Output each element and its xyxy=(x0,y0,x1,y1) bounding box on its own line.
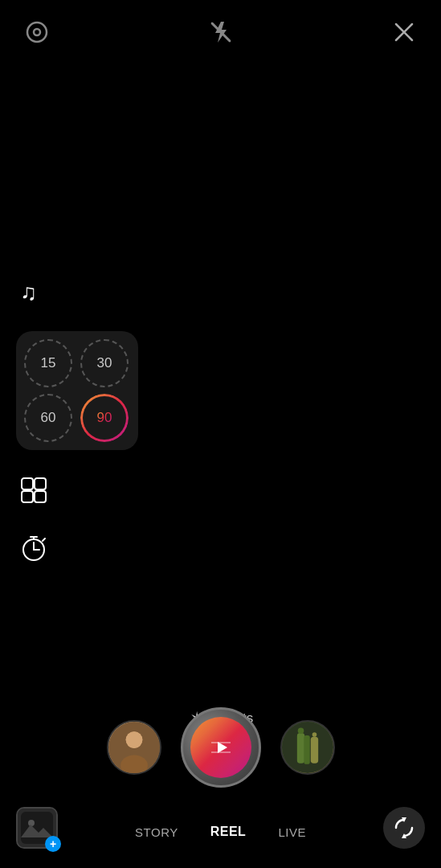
svg-rect-8 xyxy=(22,478,33,489)
svg-rect-9 xyxy=(35,478,46,489)
svg-point-1 xyxy=(34,29,40,35)
countdown-button[interactable] xyxy=(16,530,51,566)
svg-rect-10 xyxy=(22,491,33,502)
recent-photo-2[interactable] xyxy=(280,720,335,775)
record-button[interactable] xyxy=(181,707,261,788)
svg-rect-28 xyxy=(310,737,317,764)
svg-marker-23 xyxy=(218,742,227,753)
svg-rect-27 xyxy=(296,733,304,764)
svg-point-31 xyxy=(312,732,316,737)
svg-point-0 xyxy=(27,23,47,42)
close-button[interactable] xyxy=(390,18,419,47)
svg-text:♫: ♫ xyxy=(20,280,37,305)
music-button[interactable]: ♫ xyxy=(16,273,51,309)
timer-panel: 15 30 60 90 xyxy=(16,331,138,450)
top-bar xyxy=(0,0,441,64)
timer-90-button[interactable]: 90 xyxy=(80,394,129,442)
svg-rect-11 xyxy=(35,491,46,502)
svg-rect-29 xyxy=(304,735,310,764)
svg-point-21 xyxy=(125,731,142,748)
settings-button[interactable] xyxy=(22,18,51,47)
flip-camera-button[interactable] xyxy=(383,807,425,849)
nav-items: STORY REEL LIVE xyxy=(16,825,425,839)
flash-off-button[interactable] xyxy=(206,18,235,47)
bottom-nav: STORY REEL LIVE xyxy=(0,796,441,868)
recent-photo-1[interactable] xyxy=(107,720,161,775)
left-toolbar: ♫ 15 30 60 90 xyxy=(16,273,138,566)
layout-button[interactable] xyxy=(16,473,51,508)
nav-live[interactable]: LIVE xyxy=(278,825,306,839)
svg-point-30 xyxy=(297,728,304,735)
nav-story[interactable]: STORY xyxy=(135,825,178,839)
timer-60-button[interactable]: 60 xyxy=(24,394,72,442)
svg-line-17 xyxy=(43,538,45,541)
timer-30-button[interactable]: 30 xyxy=(80,339,129,387)
bottom-controls xyxy=(0,707,441,788)
record-inner xyxy=(190,717,251,778)
timer-15-button[interactable]: 15 xyxy=(24,339,72,387)
nav-reel[interactable]: REEL xyxy=(210,825,247,839)
